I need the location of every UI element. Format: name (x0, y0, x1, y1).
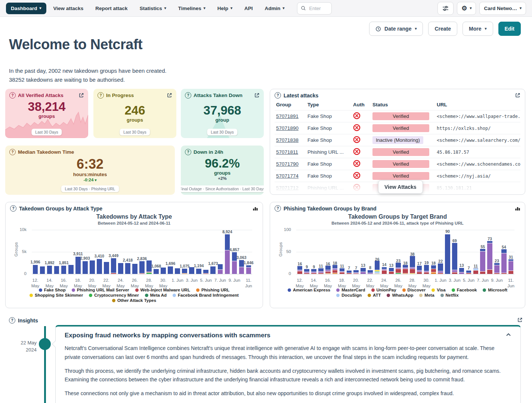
legend-item-att[interactable]: ATT (368, 293, 381, 297)
bar-1[interactable] (304, 269, 309, 274)
bar-23[interactable] (459, 268, 464, 274)
nav-item-statistics[interactable]: Statistics▾ (135, 3, 171, 14)
bar-29[interactable] (239, 260, 244, 274)
bar-12[interactable] (118, 263, 123, 274)
bar-21[interactable] (445, 234, 450, 274)
legend-item-docusign[interactable]: DocuSign (336, 293, 362, 297)
nav-item-api[interactable]: API (239, 3, 258, 14)
bar-18[interactable] (161, 268, 166, 274)
view-attacks-button[interactable]: View Attacks (378, 180, 423, 194)
legend-item-facebook[interactable]: Facebook (452, 288, 477, 292)
bar-6[interactable] (340, 268, 345, 274)
help-icon[interactable] (98, 92, 104, 99)
bar-10[interactable] (368, 270, 373, 274)
bar-17[interactable] (417, 266, 422, 274)
nav-item-report-attack[interactable]: Report attack (90, 3, 132, 14)
legend-item-microsoft[interactable]: Microsoft (483, 288, 507, 292)
bar-27[interactable] (487, 241, 492, 274)
nav-item-help[interactable]: Help▾ (213, 3, 237, 14)
bar-14[interactable] (396, 263, 401, 274)
column-header-group[interactable]: Group (275, 100, 306, 110)
search-box[interactable] (297, 2, 332, 15)
legend-item-other-attack-types[interactable]: Other Attack Types (112, 298, 156, 303)
bar-2[interactable] (47, 266, 52, 274)
bar-18[interactable] (424, 265, 429, 274)
group-link[interactable]: 57071838 (276, 137, 299, 143)
bar-25[interactable] (473, 268, 479, 274)
legend-item-cryptocurrency-miner[interactable]: Cryptocurrency Miner (89, 293, 139, 297)
help-icon[interactable] (9, 92, 16, 99)
bar-9[interactable] (97, 259, 102, 274)
bar-30[interactable] (508, 259, 514, 274)
group-link[interactable]: 57071891 (276, 113, 299, 119)
bar-23[interactable] (196, 269, 201, 274)
bar-chart-icon[interactable] (515, 206, 520, 211)
group-link[interactable]: 57071774 (276, 173, 299, 179)
help-icon[interactable] (9, 317, 15, 324)
group-link[interactable]: 57071890 (276, 125, 299, 131)
legend-item-netflix[interactable]: Netflix (440, 293, 459, 297)
bar-13[interactable] (125, 263, 130, 274)
column-header-url[interactable]: URL (435, 100, 520, 110)
help-icon[interactable] (10, 205, 16, 212)
collapse-chevron-icon[interactable] (505, 332, 511, 339)
bar-11[interactable] (111, 258, 116, 274)
external-link-icon[interactable] (517, 317, 523, 324)
bar-22[interactable] (452, 243, 457, 274)
nav-item-timelines[interactable]: Timelines▾ (173, 3, 210, 14)
bar-27[interactable] (225, 234, 230, 274)
bar-4[interactable] (61, 266, 66, 274)
group-link[interactable]: 57071790 (276, 161, 299, 167)
bar-10[interactable] (104, 262, 109, 274)
bar-15[interactable] (139, 261, 145, 274)
help-icon[interactable] (185, 149, 191, 155)
bar-2[interactable] (311, 269, 316, 274)
help-icon[interactable] (275, 92, 281, 99)
legend-item-phishing-url[interactable]: Phishing URL (196, 288, 229, 292)
bar-28[interactable] (232, 252, 237, 274)
bar-8[interactable] (90, 260, 95, 274)
bar-13[interactable] (389, 268, 394, 274)
bar-14[interactable] (132, 264, 137, 274)
bar-20[interactable] (175, 268, 180, 274)
bar-0[interactable] (297, 266, 303, 274)
bar-7[interactable] (83, 261, 88, 274)
bar-15[interactable] (403, 265, 408, 274)
bar-21[interactable] (182, 269, 187, 274)
legend-item-visa[interactable]: Visa (432, 288, 445, 292)
bar-11[interactable] (375, 261, 380, 274)
group-link[interactable]: 57071712 (276, 185, 299, 191)
nav-item-admin[interactable]: Admin▾ (260, 3, 290, 14)
external-link-icon[interactable] (167, 93, 172, 98)
column-header-auth[interactable]: Auth (352, 100, 371, 110)
bar-5[interactable] (68, 265, 74, 274)
nav-item-dashboard[interactable]: Dashboard▾ (6, 3, 46, 14)
bar-25[interactable] (210, 266, 216, 274)
date-range-button[interactable]: Date range ▾ (369, 22, 423, 36)
external-link-icon[interactable] (78, 93, 84, 98)
bar-29[interactable] (501, 249, 507, 274)
more-button[interactable]: More ▾ (463, 22, 493, 36)
legend-item-whatsapp[interactable]: WhatsApp (387, 293, 413, 297)
bar-24[interactable] (466, 271, 471, 274)
settings-button[interactable]: ⚙ ▾ (457, 2, 476, 15)
bar-17[interactable] (154, 269, 159, 274)
bar-4[interactable] (325, 266, 331, 274)
bar-chart-icon[interactable] (253, 206, 258, 211)
edit-button[interactable]: Edit (498, 22, 521, 36)
bar-6[interactable] (75, 257, 81, 274)
external-link-icon[interactable] (515, 93, 520, 98)
external-link-icon[interactable] (254, 93, 260, 98)
legend-item-facebook-brand-infringement[interactable]: Facebook Brand Infringement (173, 293, 239, 297)
bar-16[interactable] (146, 260, 152, 274)
filters-button[interactable] (437, 2, 454, 15)
bar-28[interactable] (494, 263, 499, 274)
nav-item-view-attacks[interactable]: View attacks (49, 3, 89, 14)
bar-0[interactable] (33, 265, 38, 274)
bar-20[interactable] (438, 263, 443, 274)
bar-26[interactable] (218, 264, 223, 274)
create-button[interactable]: Create (428, 22, 457, 36)
bar-22[interactable] (189, 267, 194, 274)
search-input[interactable] (309, 5, 328, 12)
bar-9[interactable] (361, 268, 366, 274)
